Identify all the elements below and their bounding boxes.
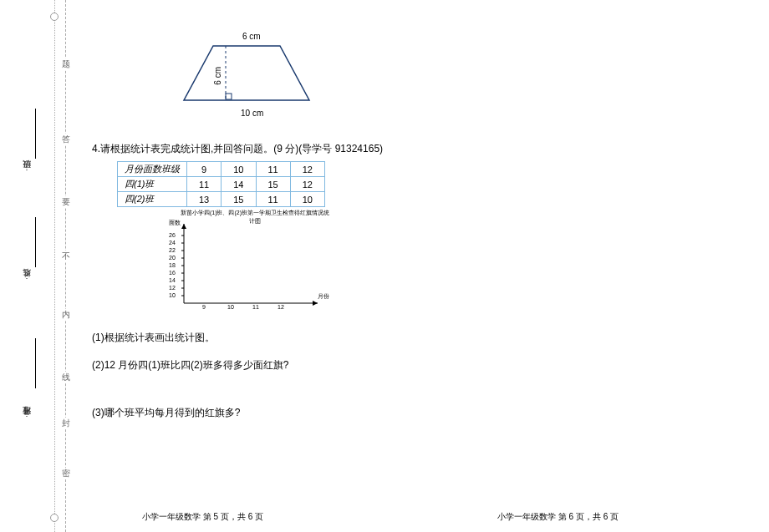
table-cell: 9	[187, 162, 222, 177]
table-cell: 11	[187, 177, 222, 192]
table-row: 四(2)班 13 15 11 10	[118, 192, 325, 207]
question-4-2: (2)12 月份四(1)班比四(2)班多得多少面红旗?	[92, 358, 393, 372]
binding-margin: 班级： 姓名： 准考证号： 题 答 要 不 内 线 封 密	[0, 0, 79, 532]
line-xingming	[35, 217, 36, 267]
inner-dashed-line	[65, 0, 66, 532]
trapezoid-figure: 6 cm 10 cm 6 cm	[176, 33, 343, 117]
chart-title: 新苗小学四(1)班、四(2)班第一学期卫生检查得红旗情况统计图	[180, 209, 330, 225]
label-zhunkao: 准考证号：	[21, 413, 33, 422]
chart-axes-svg	[180, 224, 330, 307]
line-banji	[35, 109, 36, 159]
table-cell: 四(2)班	[118, 192, 187, 207]
xtick: 9	[202, 304, 206, 310]
table-header-row: 月份面数班级 9 10 11 12	[118, 162, 325, 177]
margin-char-feng: 封	[62, 418, 70, 429]
margin-char-ti: 题	[62, 58, 70, 70]
punch-hole-bottom	[50, 514, 59, 522]
margin-char-da: 答	[62, 134, 70, 145]
table-cell: 15	[256, 177, 290, 192]
table-cell: 12	[290, 162, 324, 177]
ytick: 24	[169, 240, 176, 246]
label-banji: 班级：	[21, 167, 33, 175]
line-zhunkao	[35, 338, 36, 388]
content-area: 6 cm 10 cm 6 cm 4.请根据统计表完成统计图,并回答问题。(9 分…	[92, 33, 393, 433]
xtick: 10	[227, 304, 234, 310]
chart-ylabel: 面数	[169, 219, 181, 227]
table-cell: 10	[290, 192, 324, 207]
table-row: 四(1)班 11 14 15 12	[118, 177, 325, 192]
ytick: 26	[169, 232, 176, 238]
footer-left-page: 小学一年级数学 第 5 页，共 6 页	[142, 511, 263, 523]
svg-rect-2	[226, 94, 232, 99]
xtick: 12	[278, 304, 284, 310]
svg-marker-6	[313, 301, 318, 306]
statistics-table: 月份面数班级 9 10 11 12 四(1)班 11 14 15 12 四(2)…	[117, 161, 325, 207]
svg-marker-4	[181, 224, 186, 229]
question-4-3: (3)哪个班平均每月得到的红旗多?	[92, 406, 393, 420]
ytick: 22	[169, 247, 176, 253]
table-cell: 13	[187, 192, 222, 207]
question-4-1: (1)根据统计表画出统计图。	[92, 331, 393, 345]
table-cell: 15	[222, 192, 256, 207]
trapezoid-top-dim: 6 cm	[242, 32, 261, 41]
xtick: 11	[252, 304, 259, 310]
label-xingming: 姓名：	[21, 276, 33, 284]
trapezoid-bottom-dim: 10 cm	[241, 109, 263, 118]
trapezoid-svg	[176, 33, 326, 109]
svg-marker-0	[184, 46, 309, 100]
table-cell: 10	[222, 162, 256, 177]
margin-char-yao: 要	[62, 196, 70, 208]
ytick: 16	[169, 270, 176, 276]
ytick: 10	[169, 292, 176, 298]
table-cell: 四(1)班	[118, 177, 187, 192]
trapezoid-height-dim: 6 cm	[213, 67, 222, 85]
margin-char-mi: 密	[62, 468, 70, 479]
table-cell: 11	[256, 192, 290, 207]
question-4-text: 4.请根据统计表完成统计图,并回答问题。(9 分)(导学号 91324165)	[92, 142, 393, 156]
punch-hole-top	[50, 13, 59, 21]
ytick: 18	[169, 262, 176, 268]
ytick: 14	[169, 277, 176, 283]
bar-chart: 新苗小学四(1)班、四(2)班第一学期卫生检查得红旗情况统计图 面数 26 24…	[159, 209, 351, 317]
table-cell: 12	[290, 177, 324, 192]
chart-xlabel: 月份	[318, 292, 329, 301]
margin-char-nei: 内	[62, 309, 70, 321]
table-cell: 月份面数班级	[118, 162, 187, 177]
ytick: 12	[169, 285, 176, 291]
footer-right-page: 小学一年级数学 第 6 页，共 6 页	[497, 511, 619, 523]
table-cell: 11	[256, 162, 290, 177]
ytick: 20	[169, 255, 176, 261]
table-cell: 14	[222, 177, 256, 192]
margin-char-bu: 不	[62, 251, 70, 262]
margin-char-xian: 线	[62, 372, 70, 383]
binding-dotted-line	[54, 0, 55, 532]
